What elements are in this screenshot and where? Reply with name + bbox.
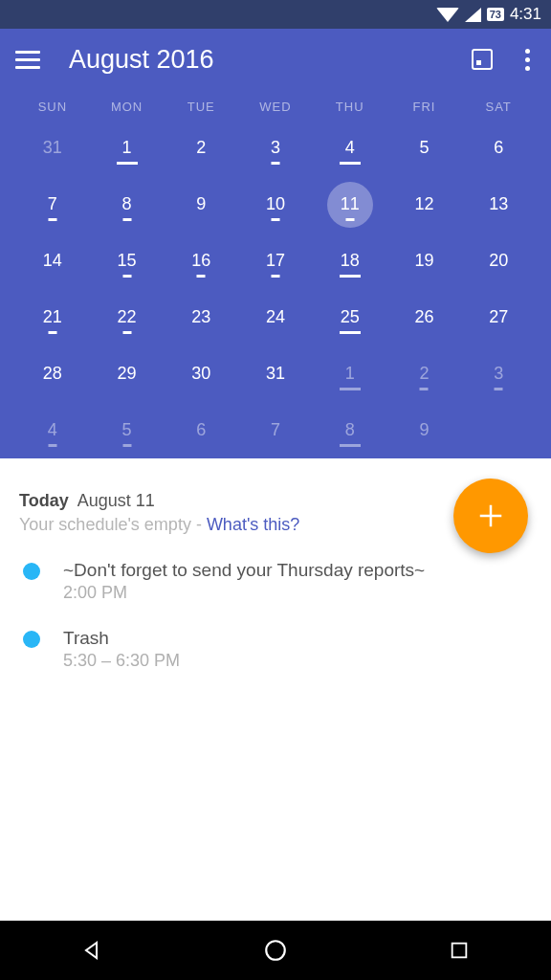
dow-row: SUNMONTUEWEDTHUFRISAT xyxy=(15,90,536,120)
event-title: ~Don't forget to send your Thursday repo… xyxy=(63,560,425,581)
day-number: 23 xyxy=(191,307,210,327)
clock-label: 4:31 xyxy=(510,5,541,24)
day-cell[interactable]: 2 xyxy=(387,345,462,402)
day-cell[interactable]: 30 xyxy=(164,345,238,402)
event-time: 5:30 – 6:30 PM xyxy=(63,651,180,671)
month-grid: 3112345678910111213141516171819202122232… xyxy=(15,120,536,458)
day-cell[interactable]: 4 xyxy=(15,402,90,458)
page-title[interactable]: August 2016 xyxy=(69,45,472,75)
day-cell[interactable]: 31 xyxy=(238,345,313,402)
menu-button[interactable] xyxy=(15,51,40,69)
day-cell[interactable] xyxy=(461,402,536,458)
event-indicator xyxy=(48,444,56,447)
event-body: ~Don't forget to send your Thursday repo… xyxy=(63,560,425,603)
day-number: 16 xyxy=(191,251,210,271)
day-cell[interactable]: 11 xyxy=(313,176,387,233)
whats-this-link[interactable]: What's this? xyxy=(207,515,299,534)
day-cell[interactable]: 29 xyxy=(90,345,165,402)
event-indicator xyxy=(48,331,56,334)
day-cell[interactable]: 18 xyxy=(313,233,387,289)
day-number: 20 xyxy=(489,251,508,271)
day-number: 31 xyxy=(43,138,62,158)
add-event-fab[interactable] xyxy=(453,479,528,553)
day-number: 31 xyxy=(266,364,285,384)
day-number: 7 xyxy=(271,420,280,440)
day-cell[interactable]: 17 xyxy=(238,233,313,289)
event-time: 2:00 PM xyxy=(63,583,425,603)
day-cell[interactable]: 12 xyxy=(387,176,462,233)
more-button[interactable] xyxy=(519,43,536,77)
day-cell[interactable]: 25 xyxy=(313,289,387,345)
day-cell[interactable]: 7 xyxy=(238,402,313,458)
event-item[interactable]: Trash5:30 – 6:30 PM xyxy=(19,628,532,671)
day-cell[interactable]: 16 xyxy=(164,233,238,289)
day-cell[interactable]: 14 xyxy=(15,233,90,289)
event-indicator xyxy=(340,444,361,447)
day-cell[interactable]: 3 xyxy=(461,345,536,402)
event-indicator xyxy=(420,388,429,390)
day-number: 14 xyxy=(43,251,62,271)
day-number: 27 xyxy=(489,307,508,327)
day-cell[interactable]: 8 xyxy=(313,402,387,458)
day-cell[interactable]: 3 xyxy=(238,120,313,176)
day-cell[interactable]: 21 xyxy=(15,289,90,345)
day-cell[interactable]: 6 xyxy=(461,120,536,176)
event-indicator xyxy=(197,275,206,278)
day-number: 12 xyxy=(414,194,433,214)
home-icon xyxy=(263,938,288,963)
day-number: 1 xyxy=(345,364,355,384)
day-cell[interactable]: 5 xyxy=(387,120,462,176)
recents-icon xyxy=(449,940,470,961)
day-cell[interactable]: 28 xyxy=(15,345,90,402)
day-cell[interactable]: 9 xyxy=(164,176,238,233)
event-indicator xyxy=(495,388,503,390)
plus-icon xyxy=(476,501,505,530)
event-dot-icon xyxy=(23,563,40,580)
day-cell[interactable]: 13 xyxy=(461,176,536,233)
event-body: Trash5:30 – 6:30 PM xyxy=(63,628,180,671)
day-number: 11 xyxy=(341,194,360,214)
svg-rect-1 xyxy=(452,944,467,958)
event-title: Trash xyxy=(63,628,180,649)
day-number: 2 xyxy=(196,138,206,158)
event-indicator xyxy=(122,444,131,447)
home-button[interactable] xyxy=(262,937,289,964)
day-cell[interactable]: 6 xyxy=(164,402,238,458)
wifi-icon xyxy=(436,8,459,22)
day-cell[interactable]: 5 xyxy=(90,402,165,458)
event-indicator xyxy=(340,388,361,390)
day-cell[interactable]: 1 xyxy=(313,345,387,402)
event-indicator xyxy=(340,162,361,165)
day-cell[interactable]: 4 xyxy=(313,120,387,176)
day-cell[interactable]: 15 xyxy=(90,233,165,289)
svg-point-0 xyxy=(266,941,285,960)
today-button[interactable] xyxy=(472,49,493,70)
event-indicator xyxy=(271,275,279,278)
day-number: 9 xyxy=(196,194,206,214)
day-cell[interactable]: 1 xyxy=(90,120,165,176)
day-cell[interactable]: 20 xyxy=(461,233,536,289)
day-cell[interactable]: 22 xyxy=(90,289,165,345)
day-number: 4 xyxy=(48,420,57,440)
event-item[interactable]: ~Don't forget to send your Thursday repo… xyxy=(19,560,532,603)
day-cell[interactable]: 9 xyxy=(387,402,462,458)
day-number: 2 xyxy=(419,364,429,384)
toolbar: August 2016 xyxy=(15,29,536,90)
day-cell[interactable]: 31 xyxy=(15,120,90,176)
day-cell[interactable]: 2 xyxy=(164,120,238,176)
event-indicator xyxy=(340,275,361,278)
event-indicator xyxy=(48,218,56,221)
day-cell[interactable]: 7 xyxy=(15,176,90,233)
day-number: 17 xyxy=(266,251,285,271)
recents-button[interactable] xyxy=(446,937,473,964)
battery-icon: 73 xyxy=(487,8,504,21)
day-cell[interactable]: 8 xyxy=(90,176,165,233)
day-cell[interactable]: 26 xyxy=(387,289,462,345)
nav-bar xyxy=(0,921,551,980)
day-cell[interactable]: 19 xyxy=(387,233,462,289)
back-button[interactable] xyxy=(78,937,105,964)
day-cell[interactable]: 27 xyxy=(461,289,536,345)
day-cell[interactable]: 10 xyxy=(238,176,313,233)
day-cell[interactable]: 24 xyxy=(238,289,313,345)
day-cell[interactable]: 23 xyxy=(164,289,238,345)
